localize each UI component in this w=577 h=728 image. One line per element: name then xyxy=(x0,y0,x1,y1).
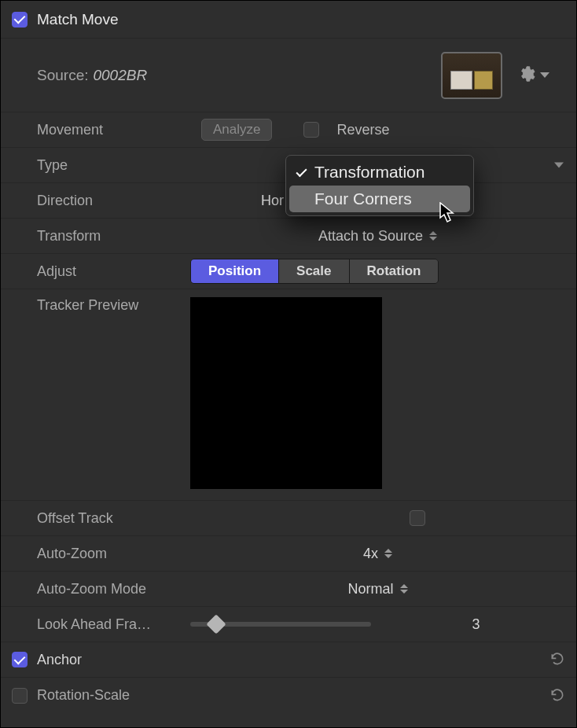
movement-label: Movement xyxy=(37,122,190,138)
type-label: Type xyxy=(37,157,190,174)
type-option-transformation[interactable]: Transformation xyxy=(286,159,473,186)
source-value: 0002BR xyxy=(93,67,147,84)
source-thumbnail[interactable] xyxy=(441,52,502,99)
offset-track-checkbox[interactable] xyxy=(410,510,425,526)
auto-zoom-label: Auto-Zoom xyxy=(37,546,190,562)
rotation-scale-reset-button[interactable] xyxy=(549,688,565,704)
anchor-row: Anchor xyxy=(1,642,576,678)
analyze-button[interactable]: Analyze xyxy=(201,119,272,141)
transform-label: Transform xyxy=(37,228,190,245)
adjust-scale-segment[interactable]: Scale xyxy=(279,259,349,283)
tracker-preview-label: Tracker Preview xyxy=(37,297,190,314)
tracker-preview-row: Tracker Preview xyxy=(1,289,576,501)
type-option-four-corners[interactable]: Four Corners xyxy=(289,186,470,212)
chevron-down-icon xyxy=(540,72,549,78)
gear-icon xyxy=(518,65,535,86)
auto-zoom-mode-label: Auto-Zoom Mode xyxy=(37,581,190,597)
rotation-scale-checkbox[interactable] xyxy=(12,688,28,704)
auto-zoom-row[interactable]: Auto-Zoom 4x xyxy=(1,536,576,572)
offset-track-label: Offset Track xyxy=(37,510,190,527)
anchor-checkbox[interactable] xyxy=(12,652,28,667)
type-option-label: Four Corners xyxy=(314,189,412,208)
type-dropdown-chevron-icon[interactable] xyxy=(554,163,564,168)
anchor-label: Anchor xyxy=(37,652,82,668)
section-header: Match Move xyxy=(1,1,576,39)
reverse-checkbox[interactable] xyxy=(303,122,319,138)
adjust-row: Adjust Position Scale Rotation xyxy=(1,254,576,289)
auto-zoom-mode-stepper-icon[interactable] xyxy=(400,584,408,594)
offset-track-row: Offset Track xyxy=(1,501,576,536)
transform-row[interactable]: Transform Attach to Source xyxy=(1,219,576,254)
auto-zoom-value: 4x xyxy=(363,546,378,562)
adjust-rotation-segment[interactable]: Rotation xyxy=(350,259,439,283)
adjust-label: Adjust xyxy=(37,263,190,280)
slider-handle[interactable] xyxy=(206,614,226,634)
type-option-label: Transformation xyxy=(314,163,424,182)
source-settings-button[interactable] xyxy=(518,65,549,86)
anchor-reset-button[interactable] xyxy=(549,652,565,667)
movement-row: Movement Analyze Reverse xyxy=(1,112,576,148)
type-dropdown-menu[interactable]: Transformation Four Corners xyxy=(285,155,474,216)
look-ahead-value[interactable]: 3 xyxy=(387,616,565,633)
auto-zoom-stepper-icon[interactable] xyxy=(384,549,392,558)
check-icon xyxy=(299,167,304,178)
look-ahead-row: Look Ahead Fra… 3 xyxy=(1,607,576,642)
rotation-scale-label: Rotation-Scale xyxy=(37,687,130,704)
transform-value: Attach to Source xyxy=(318,228,423,245)
direction-value: Hor xyxy=(261,193,284,209)
tracker-preview-area[interactable] xyxy=(190,297,382,489)
reverse-checkbox-wrap[interactable]: Reverse xyxy=(303,122,389,138)
source-label: Source: xyxy=(37,67,88,84)
transform-stepper-icon[interactable] xyxy=(429,231,437,241)
auto-zoom-mode-row[interactable]: Auto-Zoom Mode Normal xyxy=(1,572,576,607)
look-ahead-label: Look Ahead Fra… xyxy=(37,616,190,633)
adjust-position-segment[interactable]: Position xyxy=(191,259,279,283)
section-title: Match Move xyxy=(37,11,118,28)
look-ahead-slider[interactable] xyxy=(190,622,371,627)
source-row: Source: 0002BR xyxy=(1,39,576,112)
auto-zoom-mode-value: Normal xyxy=(347,581,393,597)
direction-label: Direction xyxy=(37,193,190,209)
enable-match-move-checkbox[interactable] xyxy=(12,12,28,28)
reverse-label: Reverse xyxy=(336,122,389,138)
rotation-scale-row: Rotation-Scale xyxy=(1,678,576,713)
adjust-segmented: Position Scale Rotation xyxy=(190,259,439,284)
